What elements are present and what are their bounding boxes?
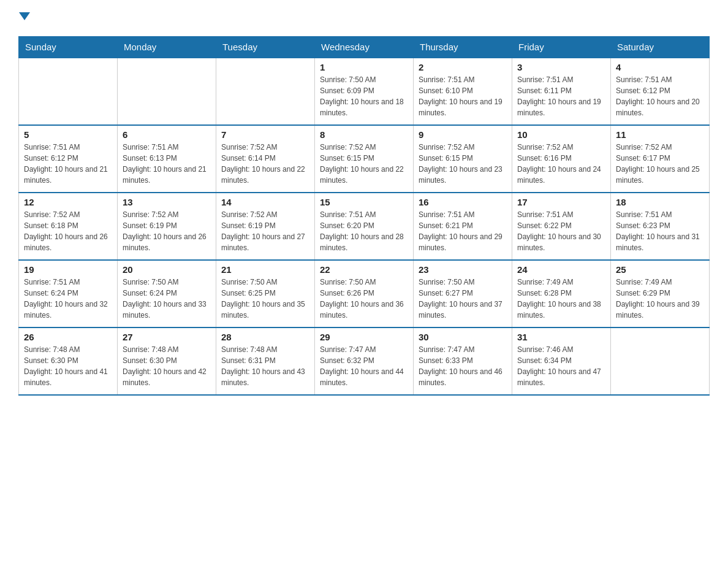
day-info: Sunrise: 7:52 AMSunset: 6:19 PMDaylight:… xyxy=(123,209,211,253)
day-info: Sunrise: 7:51 AMSunset: 6:21 PMDaylight:… xyxy=(419,209,507,253)
calendar-header-row: SundayMondayTuesdayWednesdayThursdayFrid… xyxy=(19,37,710,58)
day-number: 14 xyxy=(221,197,309,207)
day-number: 12 xyxy=(24,197,112,207)
day-info: Sunrise: 7:49 AMSunset: 6:29 PMDaylight:… xyxy=(616,277,704,321)
day-info: Sunrise: 7:47 AMSunset: 6:33 PMDaylight:… xyxy=(419,344,507,388)
day-number: 27 xyxy=(123,332,211,342)
calendar-cell: 12Sunrise: 7:52 AMSunset: 6:18 PMDayligh… xyxy=(19,193,118,260)
day-info: Sunrise: 7:50 AMSunset: 6:09 PMDaylight:… xyxy=(320,74,408,118)
day-number: 24 xyxy=(517,264,605,275)
column-header-friday: Friday xyxy=(512,37,611,58)
day-number: 16 xyxy=(419,197,507,207)
day-info: Sunrise: 7:52 AMSunset: 6:14 PMDaylight:… xyxy=(221,142,309,186)
calendar-cell: 23Sunrise: 7:50 AMSunset: 6:27 PMDayligh… xyxy=(414,260,512,327)
day-number: 21 xyxy=(221,264,309,275)
calendar-cell: 25Sunrise: 7:49 AMSunset: 6:29 PMDayligh… xyxy=(611,260,710,327)
day-number: 9 xyxy=(419,129,507,140)
calendar-cell: 20Sunrise: 7:50 AMSunset: 6:24 PMDayligh… xyxy=(118,260,216,327)
day-number: 30 xyxy=(419,332,507,342)
day-number: 5 xyxy=(24,129,112,140)
day-number: 20 xyxy=(123,264,211,275)
calendar-cell: 3Sunrise: 7:51 AMSunset: 6:11 PMDaylight… xyxy=(512,58,611,125)
day-info: Sunrise: 7:47 AMSunset: 6:32 PMDaylight:… xyxy=(320,344,408,388)
calendar-cell xyxy=(19,58,118,125)
calendar-cell: 27Sunrise: 7:48 AMSunset: 6:30 PMDayligh… xyxy=(118,327,216,395)
calendar-cell: 15Sunrise: 7:51 AMSunset: 6:20 PMDayligh… xyxy=(315,193,414,260)
logo-triangle-icon xyxy=(19,12,30,20)
day-number: 22 xyxy=(320,264,408,275)
calendar-cell: 5Sunrise: 7:51 AMSunset: 6:12 PMDaylight… xyxy=(19,125,118,193)
day-number: 10 xyxy=(517,129,605,140)
calendar-week-row: 26Sunrise: 7:48 AMSunset: 6:30 PMDayligh… xyxy=(19,327,710,395)
day-info: Sunrise: 7:52 AMSunset: 6:19 PMDaylight:… xyxy=(221,209,309,253)
day-number: 18 xyxy=(616,197,704,207)
calendar-cell: 17Sunrise: 7:51 AMSunset: 6:22 PMDayligh… xyxy=(512,193,611,260)
page-header xyxy=(18,12,710,24)
day-info: Sunrise: 7:51 AMSunset: 6:11 PMDaylight:… xyxy=(517,74,605,118)
calendar-cell: 11Sunrise: 7:52 AMSunset: 6:17 PMDayligh… xyxy=(611,125,710,193)
day-number: 28 xyxy=(221,332,309,342)
column-header-saturday: Saturday xyxy=(611,37,710,58)
day-info: Sunrise: 7:50 AMSunset: 6:26 PMDaylight:… xyxy=(320,277,408,321)
day-number: 1 xyxy=(320,62,408,72)
day-number: 29 xyxy=(320,332,408,342)
day-info: Sunrise: 7:48 AMSunset: 6:30 PMDaylight:… xyxy=(24,344,112,388)
day-number: 8 xyxy=(320,129,408,140)
calendar-week-row: 19Sunrise: 7:51 AMSunset: 6:24 PMDayligh… xyxy=(19,260,710,327)
day-info: Sunrise: 7:46 AMSunset: 6:34 PMDaylight:… xyxy=(517,344,605,388)
day-number: 4 xyxy=(616,62,704,72)
day-number: 23 xyxy=(419,264,507,275)
day-info: Sunrise: 7:52 AMSunset: 6:16 PMDaylight:… xyxy=(517,142,605,186)
calendar-cell: 18Sunrise: 7:51 AMSunset: 6:23 PMDayligh… xyxy=(611,193,710,260)
column-header-monday: Monday xyxy=(118,37,216,58)
calendar-cell: 22Sunrise: 7:50 AMSunset: 6:26 PMDayligh… xyxy=(315,260,414,327)
day-info: Sunrise: 7:52 AMSunset: 6:18 PMDaylight:… xyxy=(24,209,112,253)
day-info: Sunrise: 7:51 AMSunset: 6:24 PMDaylight:… xyxy=(24,277,112,321)
calendar-week-row: 1Sunrise: 7:50 AMSunset: 6:09 PMDaylight… xyxy=(19,58,710,125)
column-header-wednesday: Wednesday xyxy=(315,37,414,58)
calendar-cell: 1Sunrise: 7:50 AMSunset: 6:09 PMDaylight… xyxy=(315,58,414,125)
calendar-cell: 4Sunrise: 7:51 AMSunset: 6:12 PMDaylight… xyxy=(611,58,710,125)
day-number: 31 xyxy=(517,332,605,342)
day-info: Sunrise: 7:50 AMSunset: 6:24 PMDaylight:… xyxy=(123,277,211,321)
calendar-cell: 10Sunrise: 7:52 AMSunset: 6:16 PMDayligh… xyxy=(512,125,611,193)
calendar-cell xyxy=(611,327,710,395)
calendar-cell: 28Sunrise: 7:48 AMSunset: 6:31 PMDayligh… xyxy=(216,327,315,395)
day-info: Sunrise: 7:51 AMSunset: 6:12 PMDaylight:… xyxy=(616,74,704,118)
day-number: 19 xyxy=(24,264,112,275)
calendar-cell: 8Sunrise: 7:52 AMSunset: 6:15 PMDaylight… xyxy=(315,125,414,193)
day-info: Sunrise: 7:49 AMSunset: 6:28 PMDaylight:… xyxy=(517,277,605,321)
day-info: Sunrise: 7:51 AMSunset: 6:13 PMDaylight:… xyxy=(123,142,211,186)
day-number: 17 xyxy=(517,197,605,207)
day-number: 2 xyxy=(419,62,507,72)
day-number: 15 xyxy=(320,197,408,207)
column-header-thursday: Thursday xyxy=(414,37,512,58)
day-info: Sunrise: 7:50 AMSunset: 6:25 PMDaylight:… xyxy=(221,277,309,321)
calendar-cell: 16Sunrise: 7:51 AMSunset: 6:21 PMDayligh… xyxy=(414,193,512,260)
column-header-sunday: Sunday xyxy=(19,37,118,58)
calendar-cell: 31Sunrise: 7:46 AMSunset: 6:34 PMDayligh… xyxy=(512,327,611,395)
day-number: 11 xyxy=(616,129,704,140)
calendar-cell xyxy=(216,58,315,125)
day-number: 6 xyxy=(123,129,211,140)
day-info: Sunrise: 7:51 AMSunset: 6:10 PMDaylight:… xyxy=(419,74,507,118)
calendar-cell: 2Sunrise: 7:51 AMSunset: 6:10 PMDaylight… xyxy=(414,58,512,125)
calendar-cell: 9Sunrise: 7:52 AMSunset: 6:15 PMDaylight… xyxy=(414,125,512,193)
day-info: Sunrise: 7:48 AMSunset: 6:30 PMDaylight:… xyxy=(123,344,211,388)
calendar-cell: 14Sunrise: 7:52 AMSunset: 6:19 PMDayligh… xyxy=(216,193,315,260)
day-info: Sunrise: 7:52 AMSunset: 6:17 PMDaylight:… xyxy=(616,142,704,186)
calendar-table: SundayMondayTuesdayWednesdayThursdayFrid… xyxy=(18,36,710,396)
calendar-cell: 26Sunrise: 7:48 AMSunset: 6:30 PMDayligh… xyxy=(19,327,118,395)
day-number: 25 xyxy=(616,264,704,275)
calendar-cell: 21Sunrise: 7:50 AMSunset: 6:25 PMDayligh… xyxy=(216,260,315,327)
calendar-cell: 13Sunrise: 7:52 AMSunset: 6:19 PMDayligh… xyxy=(118,193,216,260)
calendar-cell xyxy=(118,58,216,125)
calendar-cell: 19Sunrise: 7:51 AMSunset: 6:24 PMDayligh… xyxy=(19,260,118,327)
day-number: 13 xyxy=(123,197,211,207)
day-info: Sunrise: 7:51 AMSunset: 6:12 PMDaylight:… xyxy=(24,142,112,186)
calendar-week-row: 12Sunrise: 7:52 AMSunset: 6:18 PMDayligh… xyxy=(19,193,710,260)
day-info: Sunrise: 7:52 AMSunset: 6:15 PMDaylight:… xyxy=(419,142,507,186)
column-header-tuesday: Tuesday xyxy=(216,37,315,58)
logo xyxy=(18,12,30,24)
day-info: Sunrise: 7:52 AMSunset: 6:15 PMDaylight:… xyxy=(320,142,408,186)
